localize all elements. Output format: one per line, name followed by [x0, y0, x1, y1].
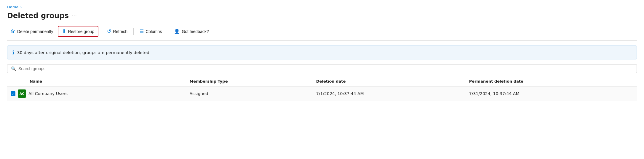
table-header: Name Membership Type Deletion date Perma… — [7, 77, 637, 86]
table-cell-permanent-deletion-date: 7/31/2024, 10:37:44 AM — [466, 86, 637, 101]
search-box: 🔍 — [7, 64, 637, 73]
page-title: Deleted groups — [7, 12, 69, 20]
refresh-icon: ↺ — [107, 28, 111, 34]
delete-icon: 🗑 — [11, 29, 15, 34]
delete-permanently-button[interactable]: 🗑 Delete permanently — [7, 27, 57, 36]
breadcrumb: Home › — [7, 5, 637, 9]
restore-group-label: Restore group — [68, 29, 94, 34]
breadcrumb-home-link[interactable]: Home — [7, 5, 18, 9]
toolbar: 🗑 Delete permanently ⬇ Restore group ↺ R… — [7, 26, 637, 41]
refresh-button[interactable]: ↺ Refresh — [103, 26, 131, 36]
table-row[interactable]: AC All Company Users Assigned 7/1/2024, … — [7, 86, 637, 101]
avatar: AC — [18, 89, 26, 98]
group-name: All Company Users — [28, 91, 68, 96]
th-permanent-deletion-date: Permanent deletion date — [466, 77, 637, 86]
th-name: Name — [7, 77, 186, 86]
got-feedback-label: Got feedback? — [182, 29, 209, 34]
search-icon: 🔍 — [11, 66, 16, 71]
columns-icon: ☰ — [140, 29, 144, 34]
got-feedback-button[interactable]: 👤 Got feedback? — [170, 27, 212, 36]
more-options-icon[interactable]: ··· — [72, 13, 77, 19]
restore-group-button[interactable]: ⬇ Restore group — [58, 26, 98, 37]
row-checkbox[interactable] — [11, 91, 15, 96]
toolbar-separator-1 — [101, 28, 101, 35]
page-title-row: Deleted groups ··· — [7, 12, 637, 20]
table-cell-name: AC All Company Users — [7, 86, 186, 101]
toolbar-separator-2 — [133, 28, 134, 35]
info-icon: ℹ — [12, 49, 14, 56]
restore-icon: ⬇ — [62, 28, 66, 34]
th-deletion-date: Deletion date — [313, 77, 466, 86]
columns-button[interactable]: ☰ Columns — [136, 27, 165, 36]
info-banner: ℹ 30 days after original deletion, group… — [7, 45, 637, 59]
table-cell-deletion-date: 7/1/2024, 10:37:44 AM — [313, 86, 466, 101]
table-cell-membership-type: Assigned — [186, 86, 312, 101]
info-banner-message: 30 days after original deletion, groups … — [17, 50, 151, 55]
breadcrumb-separator: › — [20, 5, 22, 9]
groups-table: Name Membership Type Deletion date Perma… — [7, 77, 637, 101]
th-membership-type: Membership Type — [186, 77, 312, 86]
columns-label: Columns — [146, 29, 162, 34]
refresh-label: Refresh — [113, 29, 127, 34]
delete-permanently-label: Delete permanently — [17, 29, 53, 34]
feedback-icon: 👤 — [174, 29, 180, 34]
toolbar-separator-3 — [168, 28, 168, 35]
search-input[interactable] — [18, 66, 633, 71]
table-body: AC All Company Users Assigned 7/1/2024, … — [7, 86, 637, 101]
